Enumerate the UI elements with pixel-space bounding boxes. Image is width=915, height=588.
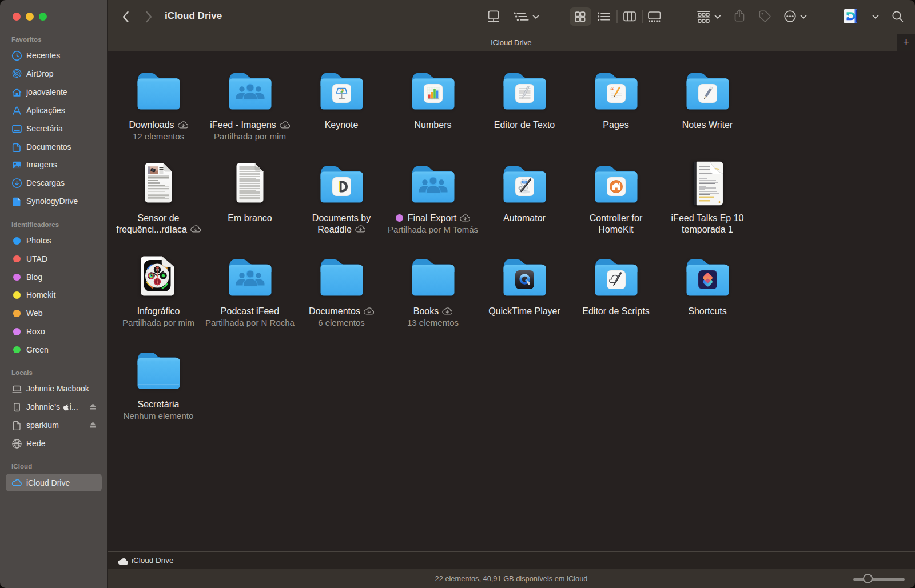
svg-text:“: “ xyxy=(610,86,614,94)
